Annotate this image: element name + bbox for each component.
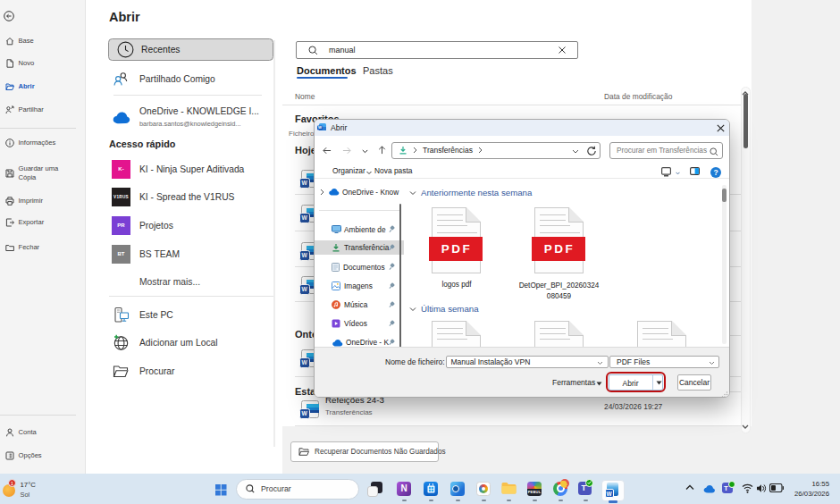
svg-text:W: W: [318, 125, 322, 130]
